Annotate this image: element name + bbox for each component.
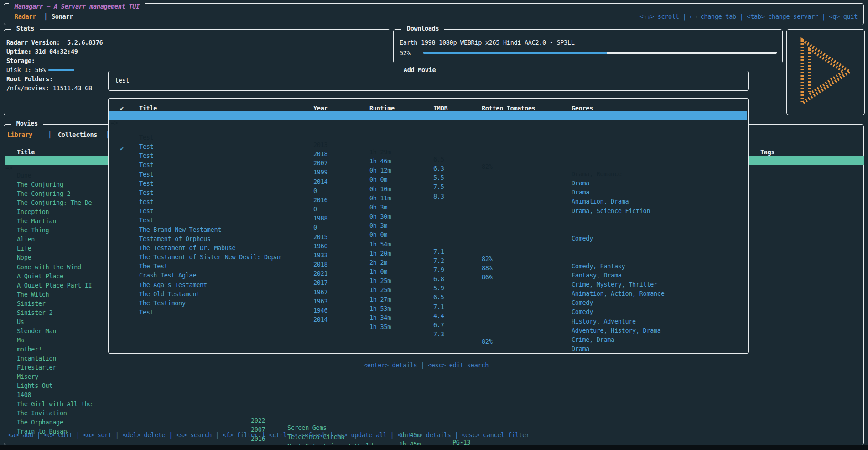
results-column-genres: Genres bbox=[572, 104, 593, 113]
result-rt-cell: 82% bbox=[482, 337, 492, 346]
results-column-runtime: Runtime bbox=[369, 104, 395, 113]
root-folder-value: /nfs/movies: 11511.43 GB bbox=[6, 84, 92, 93]
tab-library[interactable]: Library bbox=[7, 130, 32, 139]
modal-keybind-help: <enter> details | <esc> edit search bbox=[364, 361, 489, 370]
result-genres-cell: Comedy bbox=[572, 298, 593, 307]
search-result-row[interactable]: The Aga's Testament 1967 1h 27m 7.1 Hist… bbox=[109, 258, 747, 267]
add-movie-modal: Add Movie test ✔ Title Year Runtime IMDB… bbox=[108, 67, 749, 372]
results-column-rt: Rotten Tomatoes bbox=[482, 104, 535, 113]
result-runtime-cell: 1h 34m bbox=[369, 313, 391, 322]
download-percent-label: 52% bbox=[400, 48, 410, 58]
search-result-row[interactable]: Test 1999 0h 0m 7.5 Animation, Drama bbox=[109, 138, 747, 147]
result-runtime-cell: 1h 35m bbox=[369, 322, 391, 331]
disk-usage-label: Disk 1: 56% bbox=[6, 65, 46, 74]
search-result-row[interactable]: The Testimony 1946 1h 34m 6.7 Crime, Dra… bbox=[109, 277, 747, 286]
result-year-cell: 1963 bbox=[313, 297, 327, 306]
result-imdb-cell: 6.7 bbox=[433, 320, 444, 330]
search-result-row[interactable]: The Old Testament 1963 1h 53m 4.4 Advent… bbox=[109, 267, 747, 277]
movies-column-title: Title bbox=[17, 147, 35, 157]
modal-title: Add Movie bbox=[398, 66, 441, 73]
search-result-row[interactable]: => Test 2013 1h 29m 6.5 82% Drama, Roman… bbox=[109, 111, 747, 120]
movie-row[interactable]: Train to Busan 2016 Next Entertainment W… bbox=[5, 412, 864, 421]
search-result-row[interactable]: Test 1988 0h 3m bbox=[109, 184, 747, 194]
radarr-version: Radarr Version: 5.2.6.8376 bbox=[6, 38, 103, 47]
movies-panel-title: Movies bbox=[11, 120, 43, 127]
managarr-app: Managarr – A Servarr management TUI Rada… bbox=[0, 0, 868, 450]
results-column-year: Year bbox=[313, 104, 327, 113]
result-genres-cell: History, Adventure bbox=[572, 317, 636, 326]
background-window-strip bbox=[0, 445, 868, 450]
results-column-imdb: IMDB bbox=[433, 104, 447, 113]
result-runtime-cell: 1h 53m bbox=[369, 304, 391, 313]
uptime: Uptime: 31d 04:32:49 bbox=[6, 47, 78, 56]
movie-search-input[interactable] bbox=[108, 71, 749, 91]
stats-panel-title: Stats bbox=[11, 25, 40, 32]
result-year-cell: 2014 bbox=[313, 315, 327, 324]
result-title-cell: The Testimony bbox=[139, 298, 186, 308]
result-imdb-cell: 4.4 bbox=[433, 311, 444, 320]
search-result-row[interactable]: Test 2018 1h 46m 6.3 Drama bbox=[109, 120, 747, 129]
search-result-row[interactable]: Test 0 0h 11m bbox=[109, 157, 747, 166]
app-title: Managarr – A Servarr management TUI bbox=[9, 3, 145, 10]
search-result-row[interactable]: Test 2016 0h 3m bbox=[109, 166, 747, 175]
search-result-row[interactable]: ✔ Test 2007 0h 12m 5.5 Drama bbox=[109, 129, 747, 138]
managarr-play-logo-icon bbox=[796, 36, 855, 108]
tab-collections[interactable]: Collections bbox=[58, 130, 97, 139]
tab-separator: │ bbox=[44, 12, 47, 21]
movies-keybind-help: <a> add | <e> edit | <o> sort | <del> de… bbox=[8, 430, 530, 440]
result-year-cell: 1946 bbox=[313, 306, 327, 315]
result-genres-cell: Comedy bbox=[572, 307, 593, 316]
results-column-title: Title bbox=[139, 104, 157, 113]
keybind-divider bbox=[4, 426, 863, 426]
results-column-check: ✔ bbox=[120, 104, 124, 113]
search-result-row[interactable]: The Test 2021 1h 25m 5.9 Comedy bbox=[109, 240, 747, 249]
root-folders-label: Root Folders: bbox=[6, 74, 53, 84]
tab-sonarr[interactable]: Sonarr bbox=[52, 12, 73, 21]
global-keybind-help: <↑↓> scroll | ←→ change tab | <tab> chan… bbox=[493, 12, 858, 21]
movies-tab-separator: │ bbox=[48, 130, 52, 139]
result-genres-cell: Drama bbox=[572, 344, 589, 353]
result-genres-cell: Adventure, History, Drama bbox=[572, 326, 661, 335]
search-result-row[interactable]: Test 2014 0h 10m 8.3 Drama, Science Fict… bbox=[109, 148, 747, 157]
downloads-panel-title: Downloads bbox=[401, 25, 444, 32]
result-genres-cell: Crime, Drama bbox=[572, 335, 614, 344]
download-progress-bar bbox=[423, 52, 777, 54]
result-imdb-cell: 7.3 bbox=[433, 330, 444, 339]
search-input-value[interactable]: test bbox=[115, 76, 129, 85]
movies-column-tags: Tags bbox=[760, 147, 774, 157]
download-item-name: Earth 1998 1080p WEBRip x265 Hindi AAC2.… bbox=[400, 38, 575, 47]
movie-row[interactable]: The Orphanage 2007 Telecinco Cinema 1h 4… bbox=[5, 403, 864, 412]
search-result-row[interactable]: Testament of Orpheus 1960 1h 20m 7.2 88%… bbox=[109, 212, 747, 221]
movie-row[interactable]: The Girl with All the bbox=[5, 385, 864, 394]
search-result-row[interactable]: The Testament of Dr. Mabuse 1933 2h 2m 7… bbox=[109, 221, 747, 230]
result-title-cell: Test bbox=[139, 308, 153, 317]
search-result-row[interactable]: The Testament of Sister New Devil: Depar… bbox=[109, 230, 747, 240]
storage-label: Storage: bbox=[6, 56, 35, 65]
movie-row[interactable]: 1408 bbox=[5, 376, 864, 385]
result-runtime-cell: 1h 27m bbox=[369, 295, 391, 304]
disk-usage-bar bbox=[48, 69, 94, 71]
search-result-row[interactable]: test 0 0h 30m Comedy bbox=[109, 175, 747, 184]
search-result-row[interactable]: Test 2014 1h 35m 7.3 82% Drama bbox=[109, 286, 747, 295]
search-result-row[interactable]: Crash Test Aglae 2017 1h 25m 6.5 Comedy bbox=[109, 249, 747, 258]
movie-row[interactable]: The Invitation 2022 Screen Gems 1h 45m P… bbox=[5, 394, 864, 403]
search-result-row[interactable]: Test 0 0h 0m bbox=[109, 194, 747, 203]
result-imdb-cell: 7.1 bbox=[433, 302, 444, 311]
tab-radarr[interactable]: Radarr bbox=[15, 12, 36, 21]
search-result-row[interactable]: The Brand New Testament 2015 1h 54m 7.1 … bbox=[109, 203, 747, 212]
